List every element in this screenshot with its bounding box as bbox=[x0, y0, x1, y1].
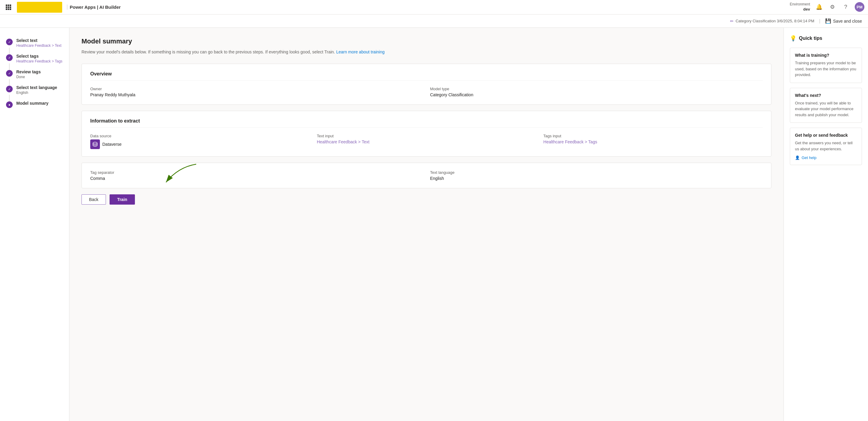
datasource-field: Data source Dataverse bbox=[90, 134, 310, 149]
model-type-field: Model type Category Classification bbox=[430, 87, 763, 97]
text-language-field: Text language English bbox=[430, 170, 763, 181]
tip3-title: Get help or send feedback bbox=[795, 133, 857, 138]
tip1-title: What is training? bbox=[795, 53, 857, 58]
step-label: Select tags bbox=[16, 54, 62, 59]
step-label: Model summary bbox=[16, 101, 49, 106]
step-sublabel: English bbox=[16, 91, 57, 95]
get-help-icon: 👤 bbox=[795, 155, 800, 160]
tip2-title: What's next? bbox=[795, 93, 857, 98]
environment-block: Environment dev bbox=[790, 2, 810, 12]
lightbulb-icon: 💡 bbox=[790, 35, 797, 42]
info-card: Information to extract Data source Datav… bbox=[82, 111, 771, 157]
page-description: Review your model's details below. If so… bbox=[82, 49, 771, 55]
svg-rect-6 bbox=[6, 8, 7, 10]
svg-rect-3 bbox=[6, 6, 7, 8]
tip-card-training: What is training? Training prepares your… bbox=[790, 48, 862, 83]
svg-point-9 bbox=[93, 142, 97, 144]
sidebar-item-select-text[interactable]: ✓ Select text Healthcare Feedback > Text bbox=[0, 35, 69, 51]
content-area: Model summary Review your model's detail… bbox=[69, 28, 783, 421]
step-label: Review tags bbox=[16, 69, 41, 74]
step-circle-done: ✓ bbox=[6, 39, 13, 45]
waffle-icon[interactable] bbox=[4, 2, 13, 12]
tip-card-help: Get help or send feedback Get the answer… bbox=[790, 128, 862, 165]
owner-label: Owner bbox=[90, 87, 423, 91]
tag-separator-label: Tag separator bbox=[90, 170, 423, 175]
step-text: Select tags Healthcare Feedback > Tags bbox=[16, 54, 62, 63]
tip3-text: Get the answers you need, or tell us abo… bbox=[795, 140, 857, 152]
settings-grid: Tag separator Comma Text language Englis… bbox=[90, 170, 763, 181]
step-text: Review tags Done bbox=[16, 69, 41, 79]
env-label: Environment bbox=[790, 2, 810, 6]
info-grid: Data source Dataverse Text inpu bbox=[90, 134, 763, 149]
subheader: ✏ Category Classification 3/6/2025, 8:04… bbox=[0, 14, 868, 28]
sidebar-item-model-summary[interactable]: ● Model summary bbox=[0, 98, 69, 111]
tags-input-value: Healthcare Feedback > Tags bbox=[543, 140, 763, 144]
right-panel: 💡 Quick tips What is training? Training … bbox=[783, 28, 868, 421]
svg-rect-0 bbox=[6, 4, 7, 6]
learn-more-link[interactable]: Learn more about training bbox=[336, 50, 384, 54]
notification-icon[interactable]: 🔔 bbox=[815, 3, 823, 11]
tip-card-next: What's next? Once trained, you will be a… bbox=[790, 88, 862, 123]
svg-rect-7 bbox=[8, 8, 9, 10]
text-language-label: Text language bbox=[430, 170, 763, 175]
datasource-value: Dataverse bbox=[102, 142, 122, 147]
overview-card-title: Overview bbox=[90, 71, 763, 81]
model-type-label: Model type bbox=[430, 87, 763, 91]
text-language-value: English bbox=[430, 176, 763, 181]
button-row: Back Train bbox=[82, 194, 771, 205]
text-input-label: Text input bbox=[317, 134, 536, 138]
sidebar-item-review-tags[interactable]: ✓ Review tags Done bbox=[0, 66, 69, 82]
tag-separator-field: Tag separator Comma bbox=[90, 170, 423, 181]
step-circle-active: ● bbox=[6, 101, 13, 108]
panel-title: 💡 Quick tips bbox=[790, 35, 862, 42]
app-title: Power Apps | AI Builder bbox=[67, 4, 121, 10]
document-title: Category Classification 3/6/2025, 8:04:1… bbox=[736, 19, 814, 23]
user-avatar[interactable]: PM bbox=[855, 2, 864, 12]
info-card-title: Information to extract bbox=[90, 118, 763, 128]
action-area: Back Train bbox=[82, 194, 771, 205]
save-icon: 💾 bbox=[825, 18, 831, 24]
app-logo bbox=[17, 2, 62, 13]
datasource-label: Data source bbox=[90, 134, 310, 138]
document-title-block: ✏ Category Classification 3/6/2025, 8:04… bbox=[730, 19, 814, 24]
main-layout: ✓ Select text Healthcare Feedback > Text… bbox=[0, 28, 868, 421]
tip1-text: Training prepares your model to be used,… bbox=[795, 60, 857, 78]
overview-grid: Owner Pranay Reddy Muthyala Model type C… bbox=[90, 87, 763, 97]
save-close-button[interactable]: 💾 Save and close bbox=[825, 18, 862, 24]
datasource-row: Dataverse bbox=[90, 140, 310, 149]
owner-field: Owner Pranay Reddy Muthyala bbox=[90, 87, 423, 97]
svg-rect-2 bbox=[10, 4, 11, 6]
sidebar-item-select-tags[interactable]: ✓ Select tags Healthcare Feedback > Tags bbox=[0, 51, 69, 66]
svg-rect-5 bbox=[10, 6, 11, 8]
save-close-label: Save and close bbox=[833, 19, 862, 24]
get-help-link[interactable]: 👤 Get help bbox=[795, 155, 857, 160]
tip2-text: Once trained, you will be able to evalua… bbox=[795, 100, 857, 118]
page-title: Model summary bbox=[82, 37, 771, 45]
settings-card: Tag separator Comma Text language Englis… bbox=[82, 163, 771, 188]
sidebar-item-select-language[interactable]: ✓ Select text language English bbox=[0, 82, 69, 98]
svg-rect-8 bbox=[10, 8, 11, 10]
dataverse-icon bbox=[90, 140, 100, 149]
sidebar: ✓ Select text Healthcare Feedback > Text… bbox=[0, 28, 69, 421]
step-label: Select text language bbox=[16, 85, 57, 90]
step-sublabel: Healthcare Feedback > Text bbox=[16, 43, 62, 48]
svg-rect-4 bbox=[8, 6, 9, 8]
edit-icon: ✏ bbox=[730, 19, 734, 24]
tag-separator-value: Comma bbox=[90, 176, 423, 181]
step-sublabel: Healthcare Feedback > Tags bbox=[16, 59, 62, 63]
train-button[interactable]: Train bbox=[110, 194, 134, 205]
step-text: Select text language English bbox=[16, 85, 57, 95]
svg-rect-1 bbox=[8, 4, 9, 6]
settings-icon[interactable]: ⚙ bbox=[828, 3, 837, 11]
step-circle-done: ✓ bbox=[6, 86, 13, 92]
text-input-field: Text input Healthcare Feedback > Text bbox=[317, 134, 536, 149]
step-circle-done: ✓ bbox=[6, 70, 13, 77]
tags-input-field: Tags input Healthcare Feedback > Tags bbox=[543, 134, 763, 149]
step-text: Model summary bbox=[16, 101, 49, 106]
topbar-right: Environment dev 🔔 ⚙ ? PM bbox=[790, 2, 864, 12]
back-button[interactable]: Back bbox=[82, 194, 106, 205]
step-label: Select text bbox=[16, 38, 62, 43]
topbar: Power Apps | AI Builder Environment dev … bbox=[0, 0, 868, 14]
help-icon[interactable]: ? bbox=[841, 3, 850, 11]
model-type-value: Category Classification bbox=[430, 92, 763, 97]
